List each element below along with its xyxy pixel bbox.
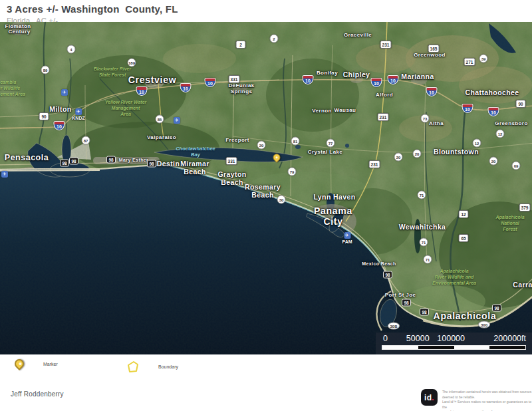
route-shield-12: 12 [459, 210, 469, 218]
map-area-label: Apalachicola River Wildlife and Environm… [432, 269, 476, 286]
map-report-page: 3 Acres +/- Washington County, FL Florid… [0, 0, 532, 411]
land-id-logo: id. [421, 389, 438, 406]
airplane-icon: ✈ [344, 232, 350, 239]
map-city-label: Apalachicola [434, 311, 497, 322]
satellite-map[interactable]: FlomatonCenturyMiltonPensacolaCrestviewD… [0, 22, 532, 354]
route-shield-379: 379 [519, 204, 531, 211]
route-shield-69: 69 [512, 162, 521, 170]
route-shield-12: 12 [496, 130, 505, 138]
map-city-label: Port St Joe [385, 293, 416, 299]
marker-pin-icon[interactable] [271, 152, 282, 163]
map-area-label: Apalachicola National Forest [495, 215, 524, 232]
map-water-label: Choctawhatchee Bay [176, 146, 215, 158]
scale-label-0: 0 [383, 334, 388, 343]
route-shield-79: 79 [288, 168, 297, 176]
disclaimer-text: The information contained herein was obt… [442, 390, 532, 411]
map-city-label: Bonifay [317, 70, 338, 76]
airport-icon: ✈ [174, 117, 180, 124]
route-shield-231: 231 [380, 41, 392, 49]
scale-bar-segments [382, 345, 526, 350]
scale-label-200000ft: 200000ft [493, 334, 526, 343]
map-city-label: Grayton Beach [217, 171, 246, 187]
map-area-label: Escambia River Wildlife Management Area [0, 80, 25, 97]
map-city-label: Crestview [128, 75, 176, 86]
map-city-label: Marianna [401, 73, 434, 81]
route-shield-12: 12 [473, 139, 481, 148]
route-shield-4: 4 [67, 45, 76, 54]
legend-item-marker: Marker [15, 359, 58, 368]
route-shield-20: 20 [394, 153, 403, 162]
map-city-label: Greensboro [495, 121, 527, 127]
airplane-icon: ✈ [61, 89, 68, 96]
airport-code-label: PAM [342, 239, 352, 244]
map-city-label: Greenwood [414, 53, 446, 59]
map-city-label: Alford [376, 92, 393, 98]
airport-icon: ✈ [61, 89, 68, 96]
map-city-label: Century [8, 29, 30, 35]
route-shield-10: 10 [371, 78, 382, 87]
map-city-label: Valparaiso [147, 135, 176, 141]
route-shield-10: 10 [136, 86, 148, 96]
map-city-label: Lynn Haven [313, 194, 355, 202]
route-shield-98: 98 [69, 158, 78, 165]
airport-icon: ✈PAM [342, 232, 352, 244]
route-shield-165: 165 [428, 45, 440, 53]
map-city-label: Wausau [334, 108, 356, 114]
route-shield-77: 77 [327, 139, 335, 148]
map-scale-bar: 0 50000 100000 200000ft [376, 333, 532, 354]
map-city-label: Milton [49, 106, 71, 114]
route-shield-2: 2 [236, 41, 246, 49]
route-shield-20: 20 [489, 157, 498, 166]
map-city-label: Destin [157, 160, 180, 168]
legend-boundary-label: Boundary [158, 364, 178, 369]
route-shield-71: 71 [420, 238, 428, 247]
map-city-label: Pensacola [5, 153, 49, 162]
route-shield-81: 81 [291, 137, 300, 146]
map-city-label: Altha [429, 121, 444, 127]
map-city-label: Miramar Beach [180, 160, 209, 176]
map-city-label: Vernon [312, 108, 332, 114]
route-shield-98: 98 [420, 309, 429, 316]
airplane-icon: ✈ [174, 117, 180, 124]
route-shield-73: 73 [421, 114, 430, 123]
map-city-label: Wewahitchka [399, 223, 446, 231]
route-shield-90: 90 [516, 100, 526, 108]
map-city-label: Panama City [314, 206, 352, 227]
route-shield-20: 20 [413, 150, 422, 158]
route-shield-65: 65 [459, 234, 469, 242]
route-shield-98: 98 [147, 160, 156, 168]
legend-marker-label: Marker [43, 362, 58, 366]
map-city-label: Chipley [343, 71, 370, 79]
route-shield-10: 10 [388, 75, 399, 84]
route-shield-10: 10 [488, 107, 499, 116]
route-shield-271: 271 [464, 58, 475, 66]
airplane-icon: ✈ [1, 171, 8, 178]
property-marker-pin[interactable] [273, 154, 281, 161]
map-city-label: Crystal Lake [308, 150, 342, 156]
route-shield-87: 87 [82, 136, 90, 145]
airport-code-label: KNDZ [72, 116, 84, 120]
airport-icon: ✈ [1, 171, 8, 178]
boundary-icon [126, 360, 140, 373]
route-shield-98: 98 [60, 160, 69, 167]
route-shield-10: 10 [180, 83, 192, 92]
map-city-label: Freeport [225, 138, 249, 144]
route-shield-331: 331 [226, 157, 237, 165]
route-shield-98: 98 [106, 156, 116, 164]
route-shield-39: 39 [479, 55, 488, 63]
map-city-label: Chattahoochee [465, 89, 519, 97]
route-shield-300: 300 [478, 321, 490, 329]
map-area-label: Blackwater River State Forest [94, 67, 131, 78]
route-shield-10: 10 [426, 87, 438, 96]
scale-label-50000: 50000 [406, 334, 430, 343]
map-city-label: Carrabelle [513, 281, 532, 289]
route-shield-98: 98 [383, 271, 392, 279]
logo-dot: . [432, 393, 434, 402]
legend-item-boundary: Boundary [126, 360, 178, 373]
marker-icon [15, 359, 24, 368]
route-shield-90: 90 [39, 112, 49, 120]
airport-icon: ✈KNDZ [72, 108, 84, 120]
map-legend: Marker Boundary [0, 357, 532, 376]
map-area-label: Yellow River Water Management Area [105, 100, 147, 117]
route-shield-2: 2 [270, 35, 279, 43]
